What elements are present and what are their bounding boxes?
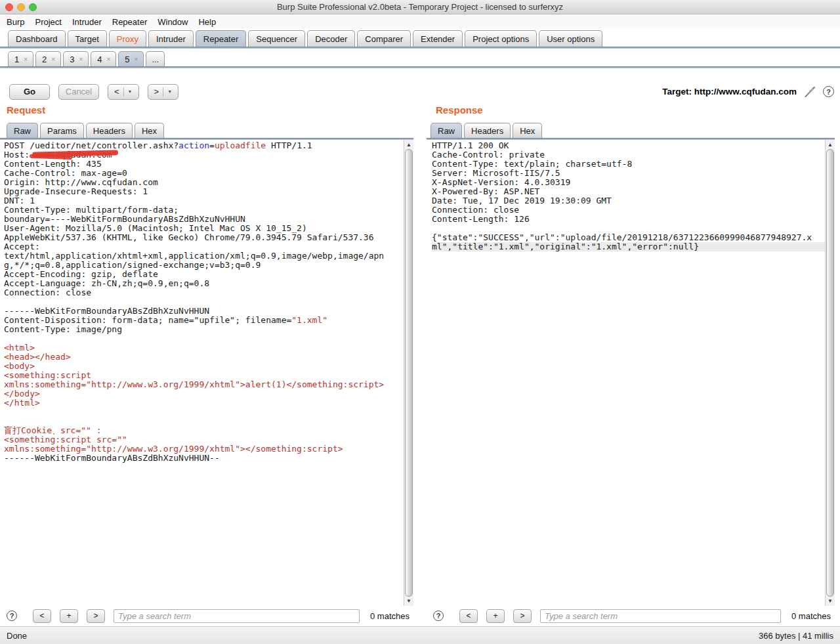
scroll-up-icon[interactable]: ▲ bbox=[826, 140, 835, 149]
scroll-up-icon[interactable]: ▲ bbox=[404, 140, 413, 149]
close-tab-icon[interactable]: × bbox=[51, 56, 55, 63]
search-add-button[interactable]: + bbox=[486, 609, 505, 623]
search-help-icon[interactable]: ? bbox=[433, 611, 444, 621]
repeater-tab-more[interactable]: ... bbox=[146, 51, 165, 66]
code-line: Content-Disposition: form-data; name="up… bbox=[4, 316, 404, 325]
tab-label: 4 bbox=[97, 54, 102, 64]
request-editor[interactable]: POST /ueditor/net/controller.ashx?action… bbox=[0, 140, 413, 606]
close-tab-icon[interactable]: × bbox=[79, 56, 83, 63]
go-button[interactable]: Go bbox=[9, 84, 50, 100]
response-raw-text[interactable]: HTTP/1.1 200 OKCache-Control: privateCon… bbox=[427, 141, 825, 606]
chevron-down-icon[interactable]: ▼ bbox=[167, 89, 172, 94]
code-line: Origin: http://www.cqfudan.com bbox=[4, 178, 404, 187]
main-tab-extender[interactable]: Extender bbox=[413, 30, 463, 47]
main-tab-intruder[interactable]: Intruder bbox=[148, 30, 194, 47]
repeater-tab-strip: 1×2×3×4×5×... bbox=[0, 49, 840, 66]
menu-item-window[interactable]: Window bbox=[152, 17, 193, 27]
tab-label: 3 bbox=[70, 54, 74, 64]
response-tab-raw[interactable]: Raw bbox=[430, 123, 462, 138]
repeater-tab-2[interactable]: 2× bbox=[35, 51, 61, 66]
menu-item-intruder[interactable]: Intruder bbox=[67, 17, 107, 27]
code-line: Connection: close bbox=[4, 288, 404, 297]
help-icon[interactable]: ? bbox=[823, 86, 834, 97]
search-add-button[interactable]: + bbox=[60, 609, 78, 623]
code-line: </body> bbox=[4, 389, 404, 398]
main-tab-decoder[interactable]: Decoder bbox=[307, 30, 355, 47]
forward-request-button[interactable]: > ▼ bbox=[148, 84, 179, 100]
scrollbar-thumb[interactable] bbox=[405, 149, 413, 597]
code-line: 盲打Cookie、src="" : bbox=[4, 426, 404, 435]
cancel-button[interactable]: Cancel bbox=[58, 84, 99, 100]
request-tab-params[interactable]: Params bbox=[40, 123, 84, 138]
main-tab-user-options[interactable]: User options bbox=[539, 30, 602, 47]
code-line: Content-Length: 126 bbox=[432, 215, 825, 224]
response-title: Response bbox=[427, 104, 835, 121]
minimize-window-icon[interactable] bbox=[17, 3, 25, 11]
scroll-down-icon[interactable]: ▼ bbox=[826, 597, 835, 605]
code-line: {"state":"SUCCESS","url":"upload/file/20… bbox=[432, 233, 825, 242]
edit-target-icon[interactable] bbox=[803, 85, 816, 98]
button-divider bbox=[163, 87, 163, 97]
main-tab-comparer[interactable]: Comparer bbox=[357, 30, 411, 47]
repeater-tab-1[interactable]: 1× bbox=[8, 51, 33, 66]
request-search-bar: ? < + > 0 matches bbox=[0, 606, 413, 626]
search-next-button[interactable]: > bbox=[513, 609, 532, 623]
response-scrollbar[interactable]: ▲ ▼ bbox=[825, 140, 835, 606]
menu-item-repeater[interactable]: Repeater bbox=[107, 17, 152, 27]
main-tab-proxy[interactable]: Proxy bbox=[109, 30, 146, 47]
scrollbar-thumb[interactable] bbox=[826, 149, 834, 597]
code-line: </html> bbox=[4, 398, 404, 408]
request-scrollbar[interactable]: ▲ ▼ bbox=[404, 140, 413, 606]
menu-item-burp[interactable]: Burp bbox=[7, 17, 30, 27]
scroll-down-icon[interactable]: ▼ bbox=[404, 597, 413, 605]
repeater-tab-4[interactable]: 4× bbox=[91, 51, 116, 66]
main-tab-repeater[interactable]: Repeater bbox=[196, 30, 246, 47]
close-tab-icon[interactable]: × bbox=[106, 56, 110, 63]
code-line: text/html,application/xhtml+xml,applicat… bbox=[4, 251, 404, 261]
response-tab-hex[interactable]: Hex bbox=[513, 123, 542, 138]
code-line: POST /ueditor/net/controller.ashx?action… bbox=[4, 141, 404, 150]
repeater-tab-3[interactable]: 3× bbox=[63, 51, 89, 66]
tab-label: 2 bbox=[42, 54, 47, 64]
search-prev-button[interactable]: < bbox=[459, 609, 478, 623]
response-search-input[interactable] bbox=[540, 609, 781, 623]
request-tab-headers[interactable]: Headers bbox=[86, 123, 133, 138]
code-line: Accept-Language: zh-CN,zh;q=0.9,en;q=0.8 bbox=[4, 279, 404, 288]
code-line: Content-Type: multipart/form-data; bbox=[4, 205, 404, 215]
code-line bbox=[4, 297, 404, 307]
request-title: Request bbox=[0, 104, 413, 121]
zoom-window-icon[interactable] bbox=[29, 3, 37, 11]
request-tab-hex[interactable]: Hex bbox=[135, 123, 164, 138]
code-line: X-Powered-By: ASP.NET bbox=[432, 187, 825, 196]
code-line: ------WebKitFormBoundaryABsZdBhXzuNvHHUN… bbox=[4, 454, 404, 463]
repeater-tab-5[interactable]: 5× bbox=[118, 51, 144, 66]
response-tab-headers[interactable]: Headers bbox=[464, 123, 511, 138]
close-tab-icon[interactable]: × bbox=[135, 56, 138, 63]
back-arrow-icon: < bbox=[114, 87, 119, 97]
main-tab-sequencer[interactable]: Sequencer bbox=[248, 30, 305, 47]
response-search-matches: 0 matches bbox=[781, 611, 831, 621]
close-tab-icon[interactable]: × bbox=[24, 56, 28, 63]
request-raw-text[interactable]: POST /ueditor/net/controller.ashx?action… bbox=[0, 141, 404, 606]
close-window-icon[interactable] bbox=[5, 3, 13, 11]
main-tab-target[interactable]: Target bbox=[68, 30, 107, 47]
request-search-matches: 0 matches bbox=[360, 611, 410, 621]
titlebar: Burp Suite Professional v2.0beta - Tempo… bbox=[0, 0, 840, 14]
menu-item-project[interactable]: Project bbox=[30, 17, 66, 27]
request-search-input[interactable] bbox=[114, 609, 360, 623]
code-line: xmlns:something="http://www.w3.org/1999/… bbox=[4, 444, 404, 454]
search-help-icon[interactable]: ? bbox=[7, 611, 17, 621]
code-line: Content-Type: text/plain; charset=utf-8 bbox=[432, 160, 825, 169]
search-next-button[interactable]: > bbox=[87, 609, 105, 623]
statusbar: Done 366 bytes | 41 millis bbox=[0, 626, 840, 644]
main-tab-project-options[interactable]: Project options bbox=[465, 30, 537, 47]
request-tab-raw[interactable]: Raw bbox=[7, 123, 38, 138]
response-panel: Response RawHeadersHex HTTP/1.1 200 OKCa… bbox=[427, 104, 835, 626]
back-request-button[interactable]: < ▼ bbox=[108, 84, 139, 100]
search-prev-button[interactable]: < bbox=[33, 609, 51, 623]
menu-item-help[interactable]: Help bbox=[193, 17, 221, 27]
chevron-down-icon[interactable]: ▼ bbox=[128, 89, 133, 94]
code-line: AppleWebKit/537.36 (KHTML, like Gecko) C… bbox=[4, 233, 404, 242]
response-editor[interactable]: HTTP/1.1 200 OKCache-Control: privateCon… bbox=[427, 140, 835, 606]
main-tab-dashboard[interactable]: Dashboard bbox=[8, 30, 66, 47]
